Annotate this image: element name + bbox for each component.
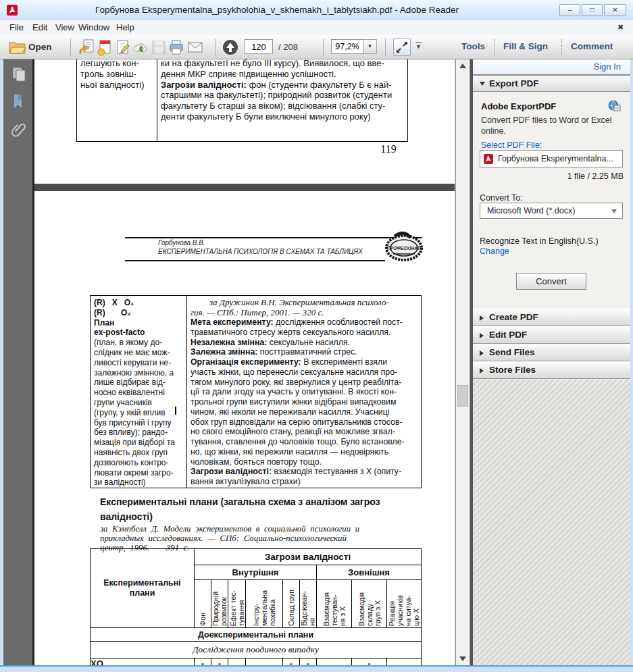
scroll-up-arrow[interactable] (459, 63, 466, 68)
group-header-single-case: Дослідження поодиного випадку (91, 642, 422, 658)
chevron-down-icon (480, 82, 485, 86)
minimize-button[interactable]: – (559, 4, 580, 16)
group-header-preexperimental: Доекспериментальні плани (91, 628, 422, 642)
resize-arrows-icon (394, 39, 410, 55)
adobe-reader-window: Горбунова Eksperymentalna_psykholohia_v_… (0, 0, 633, 672)
threat-column-header: Фон (195, 580, 211, 628)
matrix-cell: - (195, 658, 211, 666)
maximize-button[interactable]: □ (582, 4, 603, 16)
adobe-exportpdf-title: Adobe ExportPDF (481, 101, 556, 111)
threat-column-header: Інстру-ментальнапохибка (246, 580, 283, 628)
selected-file-name: Горбунова Eksperymentalna... (498, 154, 613, 163)
table-cell: легшують кон-троль зовніш-ньої валідност… (77, 59, 157, 141)
change-language-link[interactable]: Change (480, 247, 509, 256)
threat-column-header: Взаємодіяскладугруп з X (352, 580, 387, 628)
exportpdf-globe-icon (608, 100, 621, 111)
convert-to-label: Convert To: (480, 193, 523, 203)
table-cell-plan: (R) X O₁(R) O₂Планex-post-facto(план, в … (91, 296, 186, 488)
threat-column-header: Відсіюван-ня (300, 580, 317, 628)
threat-column-header: Природнійрозвиток (211, 580, 228, 628)
design-label: XO (91, 658, 195, 666)
table-body-text: Мета експерименту: дослідження особливос… (191, 317, 418, 487)
create-pdf-icon[interactable] (96, 38, 113, 56)
menu-file[interactable]: File (7, 22, 26, 32)
matrix-cell (317, 658, 352, 666)
export-pdf-section-header[interactable]: Export PDF (473, 74, 630, 92)
page-separator (34, 184, 455, 191)
page-number-input[interactable] (245, 39, 273, 54)
close-button[interactable]: ✕ (604, 4, 626, 16)
threat-column-header: Взаємодіятестуван-ня з X (317, 580, 352, 628)
sign-in-link[interactable]: Sign In (594, 61, 621, 72)
page-number-119: 119 (374, 143, 403, 155)
convert-button[interactable]: Convert (516, 273, 586, 290)
selected-file-box[interactable]: Горбунова Eksperymentalna... (480, 150, 623, 167)
send-files-section-header[interactable]: Send Files (473, 344, 630, 361)
recognize-text-label: Recognize Text in English(U.S.) (480, 236, 599, 246)
table-cell-description: за Дружинин В.Н. Экспериментальная психо… (186, 296, 421, 488)
sign-in-bar: Sign In (473, 59, 630, 74)
exportpdf-description: Convert PDF files to Word or Excel onlin… (481, 115, 616, 136)
toolbar: Open / 208 97,2% ▼ ▼ Tools Fill & Sign C… (0, 35, 633, 59)
header-rule-bottom (125, 260, 385, 261)
tools-panel: Sign In Export PDF Adobe ExportPDF Conve… (473, 59, 630, 665)
validity-threats-table: Експериментальніплани Загрози валідності… (90, 548, 422, 665)
menu-bar: File Edit View Window Help ✖ (0, 20, 633, 36)
scrollbar-thumb[interactable] (457, 385, 468, 407)
section-heading: Експериментальні плани (загальна схема з… (100, 495, 380, 524)
menu-view[interactable]: View (53, 22, 77, 32)
menu-edit[interactable]: Edit (30, 22, 50, 32)
export-pdf-icon[interactable] (78, 38, 95, 56)
bookmarks-icon[interactable] (11, 93, 26, 109)
open-folder-icon[interactable] (9, 41, 26, 54)
vertical-scrollbar[interactable] (455, 59, 470, 665)
open-button[interactable]: Open (28, 42, 52, 52)
print-icon[interactable] (168, 38, 185, 56)
matrix-cell: - (352, 658, 387, 666)
threat-column-header: Реакціяучасниківна ситуа-цію X (387, 580, 422, 628)
edit-sign-icon[interactable] (114, 38, 132, 56)
page-thumbnails-icon[interactable] (11, 66, 26, 82)
matrix-cell: - (300, 658, 317, 666)
zoom-dropdown-button[interactable]: ▼ (363, 39, 377, 54)
zoom-level-input[interactable]: 97,2% (331, 39, 363, 54)
running-header-book-title: ЕКСПЕРИМЕНТАЛЬНА ПСИХОЛОГІЯ В СХЕМАХ ТА … (158, 248, 363, 255)
document-page-view[interactable]: легшують кон-троль зовніш-ньої валідност… (34, 59, 455, 665)
comment-panel-button[interactable]: Comment (571, 41, 613, 51)
page-up-icon[interactable] (222, 38, 239, 56)
scroll-down-arrow[interactable] (459, 656, 466, 661)
file-size-info: 1 file / 2.25 MB (567, 172, 624, 181)
chevron-right-icon (480, 351, 484, 356)
chevron-right-icon (480, 315, 484, 321)
edit-pdf-section-header[interactable]: Edit PDF (473, 326, 630, 344)
convert-format-dropdown[interactable]: Microsoft Word (*.docx) (480, 203, 623, 219)
tools-panel-button[interactable]: Tools (461, 41, 485, 51)
store-files-section-header[interactable]: Store Files (473, 361, 630, 379)
chevron-right-icon (480, 368, 484, 373)
pdf-file-icon (484, 154, 493, 164)
document-close-button[interactable]: ✖ (617, 23, 624, 32)
header-rule-top (125, 237, 422, 238)
table-cell: ки на факультеті не було III курсу). Вия… (157, 59, 407, 141)
create-pdf-section-header[interactable]: Create PDF (473, 309, 630, 326)
menu-help[interactable]: Help (113, 22, 137, 32)
cloud-upload-icon[interactable] (132, 38, 150, 56)
attachments-icon[interactable] (11, 122, 26, 138)
threats-header: Загрози валідності (195, 549, 422, 565)
panel-empty-area (473, 380, 630, 665)
matrix-cell: - (283, 658, 300, 666)
ex-post-facto-table: (R) X O₁(R) O₂Планex-post-facto(план, в … (90, 295, 422, 488)
internal-validity-header: Внутрішня (195, 565, 317, 580)
toolbar-overflow-button[interactable]: ▼ (415, 42, 422, 50)
matrix-cell: - (211, 658, 228, 666)
text-cursor (175, 407, 176, 415)
menu-window[interactable]: Window (76, 22, 112, 32)
table-citation: за Дружинин В.Н. Экспериментальная психо… (191, 297, 418, 317)
fill-sign-panel-button[interactable]: Fill & Sign (503, 41, 548, 51)
chevron-down-icon (611, 209, 617, 213)
navigation-sidebar (3, 59, 32, 665)
threat-column-header: Ефект тес-тування (228, 580, 246, 628)
fit-window-button[interactable] (393, 38, 411, 56)
save-icon[interactable] (150, 38, 168, 56)
email-icon[interactable] (186, 38, 204, 56)
